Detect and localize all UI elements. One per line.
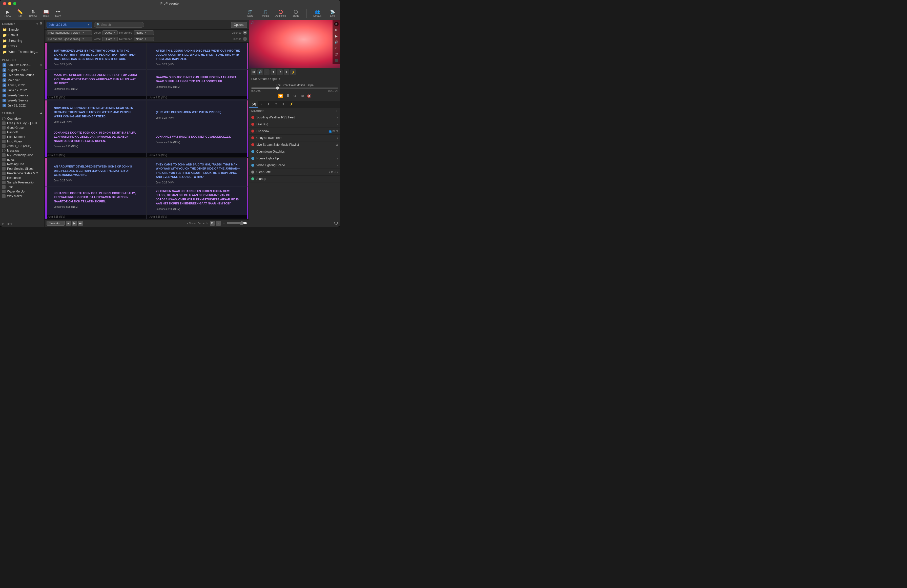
verse-card-323[interactable]: NOW JOHN ALSO WAS BAPTIZING AT AENON NEA…: [45, 100, 146, 157]
tab-music[interactable]: ♪: [258, 101, 265, 108]
sidebar-item-sample[interactable]: 📁 Sample: [0, 27, 44, 32]
bible-button[interactable]: 📖 Bible: [40, 9, 51, 18]
filter-button[interactable]: ⊘ Filter: [2, 222, 13, 226]
verse-card-324[interactable]: (THIS WAS BEFORE JOHN WAS PUT IN PRISON.…: [147, 100, 248, 157]
list-item-my-testimony[interactable]: My Testimony-2line: [0, 153, 44, 157]
rt-layers-icon[interactable]: ⚡: [290, 69, 296, 75]
media-progress-thumb[interactable]: [276, 87, 279, 90]
tab-macros[interactable]: [M]: [249, 101, 258, 108]
macro-scrolling-weather[interactable]: Scrolling Weather RSS Feed ♪: [249, 114, 340, 121]
list-item-message[interactable]: Message: [0, 148, 44, 153]
macro-preshow[interactable]: Pre-show 👥 🖼 ⏱: [249, 128, 340, 135]
macro-live-stream-music[interactable]: Live Stream Safe Music Playlist 🖼: [249, 141, 340, 148]
list-item-notes[interactable]: notes: [0, 157, 44, 162]
audience-button[interactable]: Audience: [275, 10, 286, 17]
rt-music-icon[interactable]: ♪: [264, 69, 269, 75]
macros-add-button[interactable]: +: [336, 109, 338, 113]
power-button[interactable]: ⏻: [334, 221, 338, 225]
store-button[interactable]: 🛒 Store: [245, 10, 256, 17]
sidebar-item-sim-live[interactable]: ≡ Sim-Live Relea... ⊞: [0, 62, 44, 67]
add-version-button[interactable]: +: [243, 30, 247, 35]
save-as-button[interactable]: Save As...: [46, 221, 65, 226]
search-input[interactable]: [101, 23, 141, 27]
sidebar-item-where-themes[interactable]: 📁 Where Themes Beg...: [0, 49, 44, 54]
sidebar-item-august[interactable]: ≡ August 7, 2022: [0, 67, 44, 73]
macro-countdown-graphics[interactable]: Countdown Graphics: [249, 148, 340, 155]
list-item-sample[interactable]: Sample Presentation: [0, 180, 44, 185]
rt-upload-icon[interactable]: ⬆: [271, 69, 276, 75]
media-skip-button[interactable]: -10: [300, 94, 304, 98]
more-button[interactable]: ••• More: [53, 9, 64, 18]
minimize-button[interactable]: [8, 2, 11, 5]
monitor-icon[interactable]: □: [333, 46, 339, 51]
close-button[interactable]: [3, 2, 6, 5]
list-item-good-grace[interactable]: Good Grace: [0, 125, 44, 130]
output-select[interactable]: Live Stream Output ▼: [249, 76, 340, 82]
list-item-wake-me-up[interactable]: Wake Me Up: [0, 189, 44, 194]
stop-button[interactable]: ■: [66, 221, 71, 226]
macro-codys-lower-third[interactable]: Cody's Lower Third ♪: [249, 135, 340, 141]
reflow-button[interactable]: ⇅ Reflow: [27, 9, 40, 18]
volume-icon[interactable]: 🔊: [333, 40, 339, 45]
grid-view-button[interactable]: ⊞: [210, 221, 215, 226]
sidebar-item-weekly1[interactable]: ≡ Weekly Service: [0, 93, 44, 98]
list-item-response[interactable]: Response: [0, 176, 44, 180]
tab-send[interactable]: ✈: [280, 101, 287, 108]
live-button[interactable]: 📡 Live: [327, 10, 338, 17]
list-item-test[interactable]: Test: [0, 185, 44, 189]
verse-next-button[interactable]: Verse >: [198, 222, 208, 225]
zoom-slider[interactable]: [227, 221, 247, 225]
rt-send-icon[interactable]: ✈: [284, 69, 289, 75]
tab-layers[interactable]: ⚡: [287, 101, 296, 108]
verse-card-325[interactable]: AN ARGUMENT DEVELOPED BETWEEN SOME OF JO…: [45, 158, 146, 219]
sidebar-item-main-set[interactable]: ≡ Main Set: [0, 78, 44, 83]
media-mute-button[interactable]: 🔇: [307, 94, 311, 98]
bible-query-field[interactable]: [49, 23, 82, 27]
media-progress-bar[interactable]: [251, 88, 338, 88]
media-button[interactable]: 🎵 Media: [260, 10, 271, 17]
macro-startup[interactable]: Startup: [249, 176, 340, 183]
sidebar-item-extras[interactable]: 📁 Extras: [0, 43, 44, 49]
list-item-intro-video[interactable]: Intro Video: [0, 139, 44, 144]
verse-type-select-2[interactable]: Quote ▼: [102, 37, 118, 41]
verse-type-select-1[interactable]: Quote ▼: [102, 30, 118, 35]
macro-live-bug[interactable]: Live Bug ♪: [249, 121, 340, 128]
macro-clear-safe[interactable]: Clear Safe ✦ 🖼 ♫ ♪: [249, 169, 340, 176]
verse-card-321[interactable]: BUT WHOEVER LIVES BY THE TRUTH COMES INT…: [45, 43, 146, 100]
options-button[interactable]: Options: [231, 22, 247, 28]
version-select-2[interactable]: De Nieuwe Bijbelvertaling ▼: [46, 37, 92, 41]
verse-prev-button[interactable]: < Verse: [187, 222, 196, 225]
library-settings-icon[interactable]: ⚙: [40, 22, 43, 26]
library-add-button[interactable]: +: [36, 22, 38, 26]
list-item-john[interactable]: John 1_1-3 (ASB): [0, 144, 44, 148]
stage-button[interactable]: Stage: [290, 10, 301, 17]
rt-grid-icon[interactable]: ⊞: [251, 69, 256, 75]
preview-close-button[interactable]: ✕: [334, 22, 339, 26]
macro-video-lighting[interactable]: Video Lighting Scene ♪: [249, 162, 340, 169]
list-item-countdown[interactable]: Countdown: [0, 116, 44, 121]
default-button[interactable]: 👥 Default: [312, 10, 323, 17]
bible-search-box[interactable]: 🔍: [94, 22, 144, 27]
ref-select-2[interactable]: Name ▼: [134, 37, 154, 41]
rt-volume-icon[interactable]: 🔊: [257, 69, 263, 75]
sidebar-item-april[interactable]: ≡ April 3, 2022: [0, 83, 44, 88]
remove-version-button[interactable]: −: [243, 37, 247, 41]
sidebar-item-streaming[interactable]: 📁 Streaming: [0, 38, 44, 43]
macro-house-lights[interactable]: House Lights Up ♪: [249, 155, 340, 162]
play-button[interactable]: ▶: [72, 221, 77, 226]
edit-button[interactable]: ✏️ Edit: [14, 9, 26, 18]
list-item-free[interactable]: Free (This Joy) - [ Full...: [0, 121, 44, 125]
list-item-way-maker[interactable]: Way Maker: [0, 194, 44, 199]
play-preview-icon[interactable]: ▶: [333, 34, 339, 39]
ref-select-1[interactable]: Name ▼: [134, 30, 154, 35]
list-item-pre-service[interactable]: Pre-Service Slides & C...: [0, 171, 44, 176]
media-rewind-button[interactable]: ⏪: [278, 93, 283, 98]
media-pause-button[interactable]: ⏸: [286, 94, 290, 98]
list-view-button[interactable]: ≡: [216, 221, 221, 226]
maximize-button[interactable]: [13, 2, 16, 5]
verse-card-322[interactable]: AFTER THIS, JESUS AND HIS DISCIPLES WENT…: [147, 43, 248, 100]
show-button[interactable]: ▶ Show: [2, 9, 13, 18]
video-icon[interactable]: ⬛: [333, 58, 339, 63]
items-add-button[interactable]: +: [40, 111, 42, 115]
layers-icon[interactable]: ⊞: [333, 27, 339, 33]
